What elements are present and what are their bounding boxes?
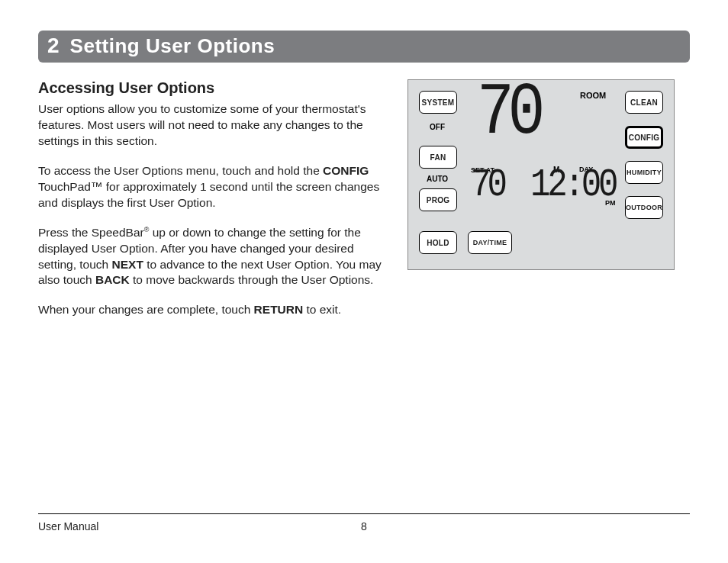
text: to exit. (303, 303, 341, 316)
pm-label: PM (605, 199, 616, 207)
room-label: ROOM (580, 91, 606, 100)
bold-back: BACK (95, 273, 130, 286)
text: Press the SpeedBar (38, 226, 144, 239)
bold-next: NEXT (112, 258, 143, 271)
auto-label: AUTO (427, 175, 448, 183)
main-temp-display: 70 (477, 77, 539, 150)
outdoor-button: OUTDOOR (625, 196, 663, 219)
hold-button: HOLD (419, 231, 457, 254)
chapter-header-bar: 2 Setting User Options (38, 31, 690, 63)
clean-button: CLEAN (625, 91, 663, 114)
system-button: SYSTEM (419, 91, 457, 114)
humidity-button: HUMIDITY (625, 161, 663, 184)
config-button: CONFIG (625, 126, 663, 149)
chapter-title: Setting User Options (70, 34, 275, 58)
thermostat-illustration: SYSTEM OFF FAN AUTO PROG HOLD DAY/TIME C… (407, 79, 675, 270)
footer-page-number: 8 (356, 520, 372, 532)
prog-button: PROG (419, 188, 457, 211)
bold-config: CONFIG (323, 164, 369, 177)
chapter-number: 2 (47, 34, 60, 58)
paragraph-3: Press the SpeedBar® up or down to change… (38, 225, 389, 289)
daytime-button: DAY/TIME (468, 231, 512, 254)
time-display: 12:00 (530, 166, 615, 205)
text-column: Accessing User Options User options allo… (38, 79, 389, 332)
off-label: OFF (430, 123, 445, 131)
set-temp-display: 70 (471, 166, 504, 205)
paragraph-4: When your changes are complete, touch RE… (38, 302, 389, 318)
text: To access the User Options menu, touch a… (38, 164, 323, 177)
paragraph-1: User options allow you to customize some… (38, 101, 389, 150)
fan-button: FAN (419, 146, 457, 169)
content-row: Accessing User Options User options allo… (38, 79, 690, 332)
paragraph-2: To access the User Options menu, touch a… (38, 163, 389, 211)
bold-return: RETURN (254, 303, 304, 316)
text: to move backwards through the User Optio… (130, 273, 374, 286)
text: When your changes are complete, touch (38, 303, 254, 316)
section-heading: Accessing User Options (38, 79, 389, 97)
page-footer: User Manual 8 (38, 513, 690, 532)
text: TouchPad™ for approximately 1 second unt… (38, 180, 379, 209)
